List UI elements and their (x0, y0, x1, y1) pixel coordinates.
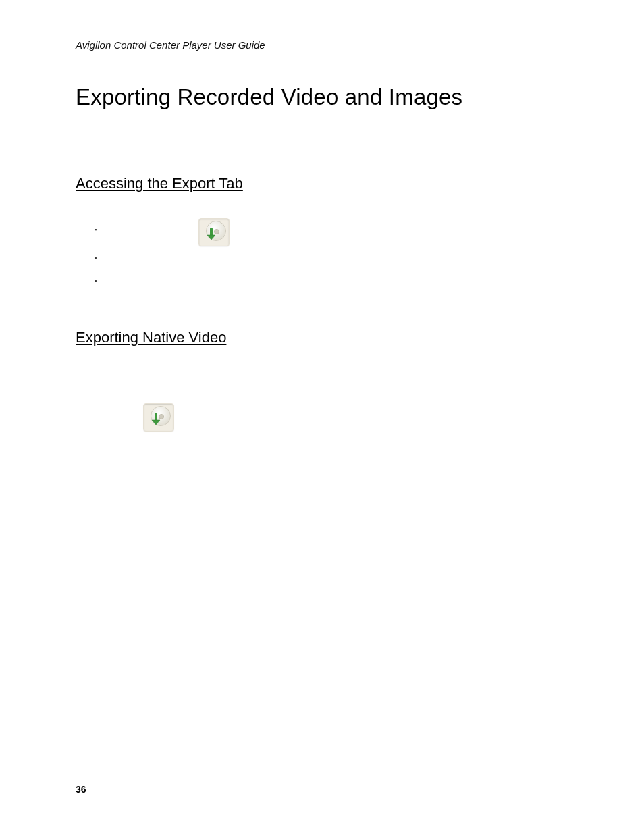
section-heading-exporting-native-video: Exporting Native Video (76, 329, 568, 346)
export-icon (143, 403, 174, 432)
section-heading-accessing-export-tab: Accessing the Export Tab (76, 175, 568, 192)
list-item (104, 269, 568, 292)
page-footer: 36 (76, 781, 568, 795)
page-title: Exporting Recorded Video and Images (76, 84, 568, 110)
access-export-tab-list (76, 218, 568, 292)
list-item (104, 246, 568, 269)
export-icon (198, 218, 230, 246)
step-row (76, 407, 568, 432)
list-item (104, 218, 568, 246)
page-number: 36 (76, 784, 86, 795)
running-header: Avigilon Control Center Player User Guid… (76, 39, 568, 53)
